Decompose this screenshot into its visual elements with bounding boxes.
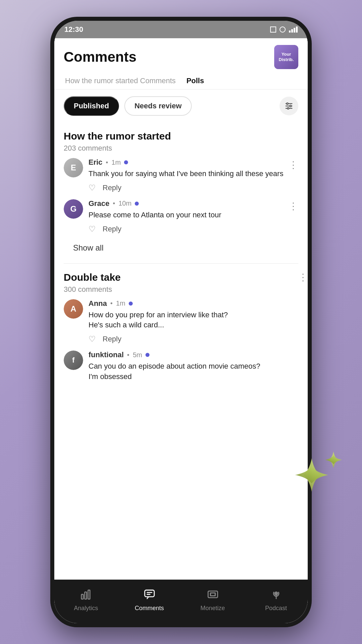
comment-meta: Grace • 10m [88,199,298,208]
main-content: Comments YourDistrib. How the rumor star… [54,38,308,623]
comment-item: f funktional • 5m Can you do an episode … [64,351,298,386]
comment-actions: ♡ Reply [88,224,298,234]
status-bar: 12:30 [54,21,308,38]
reply-button[interactable]: Reply [103,225,121,233]
tab-polls[interactable]: Polls [185,72,205,89]
comment-text: Please come to Atlanta on your next tour [88,210,298,220]
analytics-icon [80,589,92,603]
new-comment-dot [124,160,128,164]
like-button[interactable]: ♡ [88,224,96,234]
show-all-button[interactable]: Show all [64,240,113,258]
bottom-nav: Analytics Comments [54,580,308,623]
comment-time: 1m [116,300,125,307]
comment-text: Can you do an episode about action movie… [88,361,298,382]
comment-item: A Anna • 1m How do you prep for an inter… [64,299,298,344]
comment-author: funktional [88,351,124,359]
episode-title-1: How the rumor started [64,130,298,142]
episode-section-2: ⋮ Double take 300 comments A Anna • 1m [54,264,308,398]
comment-body: Grace • 10m Please come to Atlanta on yo… [88,199,298,234]
heart-icon: ♡ [88,224,96,234]
phone-inner: 12:30 Comments YourDistrib. [54,21,308,623]
heart-icon: ♡ [88,183,96,193]
signal-icon [289,26,298,33]
avatar: f [64,351,83,370]
svg-rect-8 [88,590,90,599]
published-pill[interactable]: Published [64,96,119,116]
comment-separator: • [113,200,115,207]
nav-label-podcast: Podcast [265,605,287,612]
svg-rect-9 [144,590,154,597]
reply-button[interactable]: Reply [103,335,121,343]
phone-wrapper: 12:30 Comments YourDistrib. [50,17,312,627]
page-title: Comments [64,49,136,65]
avatar: E [64,158,83,177]
sliders-icon [284,101,294,111]
content-scroll[interactable]: How the rumor started 203 comments E Eri… [54,122,308,580]
comment-meta: funktional • 5m [88,351,298,359]
svg-rect-6 [81,594,83,599]
comment-item: E Eric • 1m Thank you for saying what I'… [64,158,298,193]
comment-separator: • [127,351,129,359]
new-comment-dot [129,302,133,306]
episode-comment-count-1: 203 comments [64,144,298,153]
svg-point-17 [276,593,277,594]
nav-item-podcast[interactable]: Podcast [259,589,293,612]
filter-pills: Published Needs review [54,90,308,122]
comment-meta: Anna • 1m [88,299,298,308]
nav-item-comments[interactable]: Comments [133,589,166,612]
svg-point-4 [290,105,291,107]
svg-point-5 [287,108,289,109]
more-options-button[interactable]: ⋮ [298,272,308,283]
avatar-label: YourDistrib. [278,50,295,63]
comment-time: 1m [112,159,121,166]
filter-settings-button[interactable] [280,97,298,115]
nav-item-analytics[interactable]: Analytics [69,589,103,612]
episode-title-2: Double take [64,272,298,283]
nav-item-monetize[interactable]: Monetize [196,589,230,612]
comment-actions: ♡ Reply [88,183,298,193]
comment-text: How do you prep for an interview like th… [88,310,298,331]
comments-icon [144,589,155,603]
svg-rect-12 [208,591,217,598]
header-avatar[interactable]: YourDistrib. [274,45,298,69]
comment-body: funktional • 5m Can you do an episode ab… [88,351,298,386]
wifi-icon [280,26,286,33]
comment-time: 5m [133,351,142,359]
heart-icon: ♡ [88,334,96,344]
nav-label-comments: Comments [135,605,164,612]
comment-body: Eric • 1m Thank you for saying what I've… [88,158,298,193]
comment-body: Anna • 1m How do you prep for an intervi… [88,299,298,344]
like-button[interactable]: ♡ [88,334,96,344]
avatar: G [64,199,83,219]
nav-label-analytics: Analytics [74,605,98,612]
podcast-icon [270,589,282,603]
episode-comment-count-2: 300 comments [64,285,298,294]
comment-time: 10m [118,200,131,207]
status-icons [270,26,298,33]
episode-section-1: How the rumor started 203 comments E Eri… [54,122,308,263]
svg-point-3 [287,103,288,105]
more-options-button[interactable]: ⋮ [289,201,298,212]
comment-author: Eric [88,158,103,167]
svg-rect-7 [84,592,86,599]
new-comment-dot [145,353,149,357]
nav-label-monetize: Monetize [200,605,225,612]
comment-author: Anna [88,299,107,308]
like-button[interactable]: ♡ [88,183,96,193]
reply-button[interactable]: Reply [103,183,121,192]
comment-item: G Grace • 10m Please come to Atlanta on … [64,199,298,234]
needs-review-pill[interactable]: Needs review [124,96,192,116]
page-header: Comments YourDistrib. [54,38,308,72]
tab-bar: How the rumor started Comments Polls [54,72,308,90]
tab-comments[interactable]: How the rumor started Comments [64,72,177,89]
comment-actions: ♡ Reply [88,334,298,344]
more-options-button[interactable]: ⋮ [289,159,298,170]
monetize-icon [207,589,219,603]
comment-separator: • [110,300,113,307]
status-time: 12:30 [64,25,83,34]
comment-separator: • [106,159,108,166]
avatar: A [64,299,83,319]
svg-rect-13 [210,593,215,596]
battery-icon [270,26,276,33]
comment-text: Thank you for saying what I've been thin… [88,169,298,179]
